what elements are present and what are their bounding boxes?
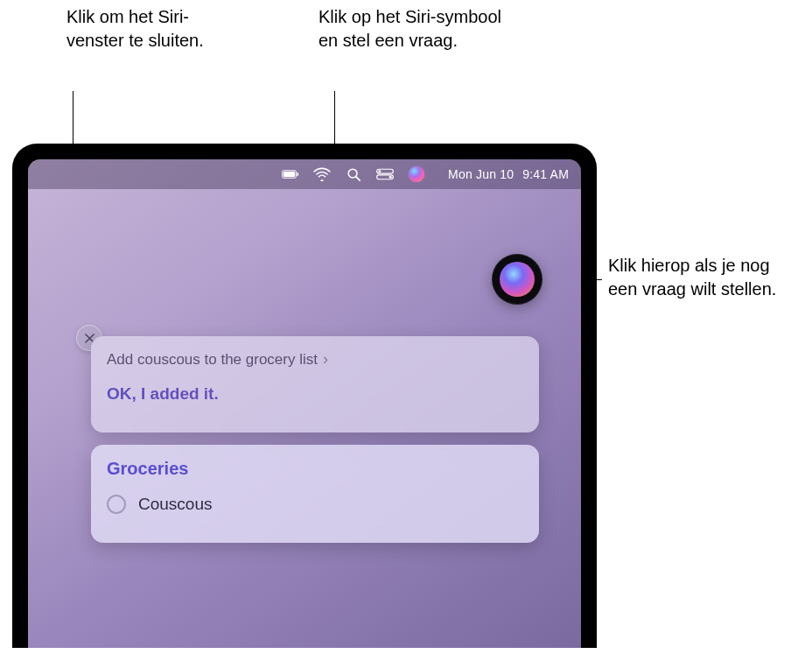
annotation-close: Klik om het Siri-venster te sluiten. bbox=[66, 5, 224, 53]
device-frame: Mon Jun 109:41 AM Add couscous to the gr… bbox=[12, 144, 597, 648]
svg-line-4 bbox=[356, 176, 360, 179]
siri-query-text: Add couscous to the grocery list bbox=[107, 351, 318, 369]
reminder-item-label: Couscous bbox=[138, 495, 213, 514]
menubar-time: 9:41 AM bbox=[522, 167, 569, 181]
reminders-list-title: Groceries bbox=[107, 459, 523, 479]
menubar-datetime[interactable]: Mon Jun 109:41 AM bbox=[439, 167, 569, 181]
battery-icon[interactable] bbox=[282, 165, 299, 183]
svg-point-6 bbox=[378, 170, 381, 172]
svg-point-8 bbox=[389, 176, 392, 179]
menubar-date: Mon Jun 10 bbox=[448, 167, 514, 181]
annotation-menubar-siri: Klik op het Siri-symbool en stel een vra… bbox=[318, 5, 502, 53]
chevron-right-icon: › bbox=[323, 350, 328, 369]
reminders-list-item[interactable]: Couscous bbox=[107, 489, 523, 514]
svg-rect-1 bbox=[284, 172, 296, 177]
control-center-icon[interactable] bbox=[376, 165, 394, 183]
siri-response-text: OK, I added it. bbox=[107, 384, 523, 404]
spotlight-icon[interactable] bbox=[345, 165, 362, 183]
siri-response-card: Add couscous to the grocery list › OK, I… bbox=[91, 336, 539, 432]
siri-menubar-icon[interactable] bbox=[408, 165, 425, 183]
annotation-siri-orb: Klik hierop als je nog een vraag wilt st… bbox=[608, 254, 801, 301]
menubar: Mon Jun 109:41 AM bbox=[28, 159, 581, 189]
siri-ask-button[interactable] bbox=[492, 254, 542, 305]
wifi-icon[interactable] bbox=[313, 165, 331, 183]
svg-rect-2 bbox=[298, 172, 299, 176]
siri-query-row[interactable]: Add couscous to the grocery list › bbox=[107, 350, 523, 369]
reminders-card: Groceries Couscous bbox=[91, 445, 539, 543]
desktop-wallpaper: Mon Jun 109:41 AM Add couscous to the gr… bbox=[28, 159, 581, 648]
siri-orb-icon bbox=[500, 262, 535, 297]
reminder-checkbox[interactable] bbox=[107, 495, 126, 514]
